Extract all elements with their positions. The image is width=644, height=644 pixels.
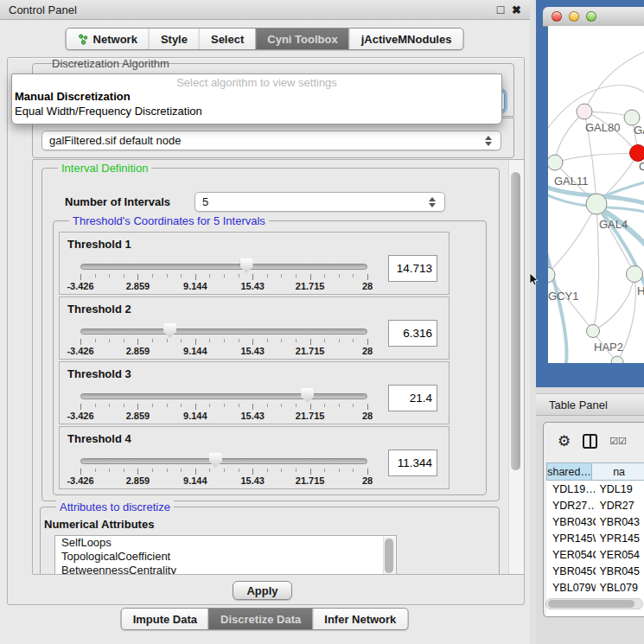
thresholds-label: Threshold's Coordinates for 5 Intervals xyxy=(69,214,269,227)
slider-track[interactable] xyxy=(80,393,367,399)
network-view-window: GAL80 GA C GAL11 GAL4 GCY1 H HAP2 xyxy=(536,0,644,387)
vertical-scrollbar-thumb[interactable] xyxy=(511,172,520,470)
attributes-group: Attributes to discretize Numerical Attri… xyxy=(40,507,500,575)
list-item[interactable]: BetweennessCentrality xyxy=(55,564,396,575)
threshold-2-slider[interactable]: -3.426 2.859 9.144 15.43 21.715 28 xyxy=(80,322,367,357)
slider-handle[interactable] xyxy=(301,388,314,403)
slider-scale: -3.426 2.859 9.144 15.43 21.715 28 xyxy=(80,281,367,291)
threshold-3-panel: Threshold 3 -3.426 2.859 9. xyxy=(59,361,450,424)
control-panel-title: Control Panel xyxy=(9,3,77,16)
node-gal4[interactable] xyxy=(586,194,607,214)
slider-scale: -3.426 2.859 9.144 15.43 21.715 28 xyxy=(80,346,367,356)
gear-icon[interactable]: ⚙ xyxy=(558,434,571,449)
close-traffic-light-icon[interactable] xyxy=(552,11,562,22)
table-row[interactable]: YER054CYER054 xyxy=(546,546,644,563)
table-row[interactable]: YIL052CYIL05 xyxy=(546,612,644,617)
tab-discretize-data[interactable]: Discretize Data xyxy=(208,609,312,629)
threshold-1-value-field[interactable]: 14.713 xyxy=(388,255,437,282)
table-row[interactable]: YBR043CYBR043 xyxy=(546,513,644,530)
tab-style-label: Style xyxy=(161,33,188,46)
threshold-1-slider[interactable]: -3.426 2.859 9.144 15.43 21.715 28 xyxy=(80,258,367,292)
slider-handle[interactable] xyxy=(240,258,253,273)
interval-definition-label: Interval Definition xyxy=(58,162,151,175)
node-hap2[interactable] xyxy=(587,325,600,338)
table-row[interactable]: YPR145WYPR145 xyxy=(546,530,644,546)
list-item[interactable]: SelfLoops xyxy=(55,536,396,550)
tab-infer-network-label: Infer Network xyxy=(324,613,396,626)
node-label-gal11: GAL11 xyxy=(554,175,589,188)
bottom-tabbar: Impute Data Discretize Data Infer Networ… xyxy=(121,608,409,630)
vertical-scrollbar[interactable] xyxy=(508,160,524,574)
tab-jactivemnodules[interactable]: jActiveMNodules xyxy=(349,29,463,49)
slider-track[interactable] xyxy=(80,264,367,270)
threshold-4-slider[interactable]: -3.426 2.859 9.144 15.43 21.715 28 xyxy=(80,452,367,487)
number-of-intervals-combobox[interactable]: 5 xyxy=(194,192,445,212)
algorithm-option-equal-width[interactable]: Equal Width/Frequency Discretization xyxy=(12,104,501,118)
list-scrollbar[interactable] xyxy=(383,537,395,575)
list-item[interactable]: TopologicalCoefficient xyxy=(55,550,396,564)
horizontal-scrollbar[interactable] xyxy=(545,598,643,609)
slider-ticks xyxy=(80,469,367,475)
apply-button[interactable]: Apply xyxy=(233,581,292,600)
tab-jactivemnodules-label: jActiveMNodules xyxy=(361,33,452,46)
table-panel-title: Table Panel xyxy=(549,399,608,411)
threshold-1-label: Threshold 1 xyxy=(67,238,131,251)
screen: Control Panel □ ✖ Network Style Select C… xyxy=(0,0,644,644)
node-table: shared… na YDL19…YDL19 YDR27…YDR27 YBR04… xyxy=(546,462,644,617)
tab-select[interactable]: Select xyxy=(199,29,255,49)
control-panel: Control Panel □ ✖ Network Style Select C… xyxy=(0,0,530,644)
node-label-h-partial: H xyxy=(637,284,644,297)
table-panel-section: Table Panel ⚙ ☑☑ shared… na YDL19…YDL19 … xyxy=(536,387,644,644)
algorithm-dropdown-popup: Select algorithm to view settings Manual… xyxy=(11,73,502,124)
numerical-attributes-list[interactable]: SelfLoops TopologicalCoefficient Between… xyxy=(54,535,397,575)
threshold-3-slider[interactable]: -3.426 2.859 9.144 15.43 21.715 28 xyxy=(80,387,367,422)
table-row[interactable]: YBR045CYBR045 xyxy=(546,563,644,579)
threshold-3-value-field[interactable]: 21.4 xyxy=(388,385,437,411)
slider-ticks xyxy=(80,274,367,280)
slider-handle[interactable] xyxy=(163,323,176,338)
threshold-1-panel: Threshold 1 -3.426 2.859 9. xyxy=(59,232,450,295)
network-window-titlebar[interactable] xyxy=(543,7,644,27)
table-row[interactable]: YDL19…YDL19 xyxy=(546,481,644,497)
float-window-icon[interactable]: □ xyxy=(497,4,504,16)
split-columns-icon[interactable] xyxy=(583,434,597,449)
table-data-combobox[interactable]: galFiltered.sif default node xyxy=(41,131,501,150)
tab-network[interactable]: Network xyxy=(67,29,149,49)
column-header-shared[interactable]: shared… xyxy=(546,462,592,481)
close-icon[interactable]: ✖ xyxy=(512,4,521,16)
table-rows: YDL19…YDL19 YDR27…YDR27 YBR043CYBR043 YP… xyxy=(546,481,644,617)
node-right-h[interactable] xyxy=(627,266,643,283)
column-header-name[interactable]: na xyxy=(592,462,644,481)
tab-infer-network[interactable]: Infer Network xyxy=(312,609,407,629)
tab-style[interactable]: Style xyxy=(149,29,199,49)
combo-arrows-icon xyxy=(429,197,437,207)
list-scrollbar-thumb[interactable] xyxy=(385,539,393,573)
slider-handle[interactable] xyxy=(209,453,222,468)
table-toolbar: ⚙ ☑☑ xyxy=(544,423,644,459)
table-row[interactable]: YBL079WYBL079 xyxy=(546,579,644,596)
algorithm-option-manual[interactable]: Manual Discretization xyxy=(12,89,501,104)
interval-definition-group: Interval Definition Number of Intervals … xyxy=(41,168,500,501)
minimize-traffic-light-icon[interactable] xyxy=(569,11,579,22)
slider-track[interactable] xyxy=(80,458,367,464)
node-gal80[interactable] xyxy=(577,104,592,119)
tab-cyni-toolbox[interactable]: Cyni Toolbox xyxy=(255,29,348,49)
slider-scale: -3.426 2.859 9.144 15.43 21.715 28 xyxy=(80,475,367,486)
node-label-ga-partial: GA xyxy=(634,124,644,137)
network-canvas[interactable]: GAL80 GA C GAL11 GAL4 GCY1 H HAP2 xyxy=(548,26,644,363)
horizontal-scrollbar-thumb[interactable] xyxy=(548,600,634,608)
number-of-intervals-value: 5 xyxy=(202,195,208,208)
table-row[interactable]: YDR27…YDR27 xyxy=(546,497,644,513)
threshold-4-value-field[interactable]: 11.344 xyxy=(388,450,437,476)
threshold-4-panel: Threshold 4 -3.426 2.859 9. xyxy=(59,426,450,489)
tab-network-label: Network xyxy=(93,33,137,46)
control-panel-titlebar: Control Panel □ ✖ xyxy=(0,0,530,20)
zoom-traffic-light-icon[interactable] xyxy=(586,11,596,22)
algorithm-hint: Select algorithm to view settings xyxy=(12,76,501,89)
slider-track[interactable] xyxy=(80,328,367,335)
threshold-2-value-field[interactable]: 6.316 xyxy=(388,320,437,347)
node-gal11[interactable] xyxy=(548,155,563,170)
node-red-selected[interactable] xyxy=(630,145,644,162)
checkbox-columns-icon[interactable]: ☑☑ xyxy=(609,436,627,447)
tab-impute-data[interactable]: Impute Data xyxy=(122,609,208,629)
